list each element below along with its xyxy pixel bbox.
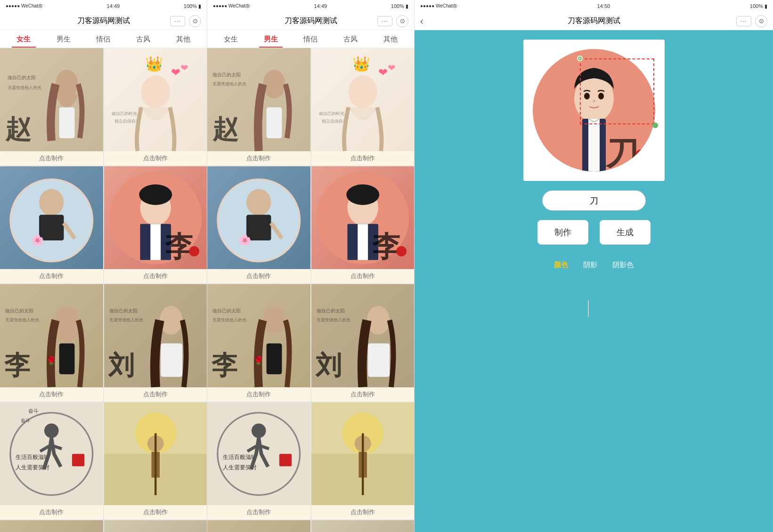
grid-item-1-9[interactable]: 做自己的太阳 无需凭借他人的光 张 分享给小伙伴 点击制作	[0, 520, 103, 532]
title-bar-1: 刀客源码网测试 ··· ⊙	[0, 12, 207, 30]
tab-color[interactable]: 颜色	[546, 258, 576, 272]
svg-point-22	[189, 246, 199, 256]
swatch-white[interactable]	[588, 300, 589, 317]
battery-1: 100% ▮	[184, 3, 201, 9]
svg-text:李: 李	[212, 351, 237, 380]
svg-text:做自己的太阳: 做自己的太阳	[212, 308, 241, 313]
svg-point-72	[263, 70, 285, 98]
generate-button[interactable]: 生成	[600, 220, 651, 245]
svg-text:无需凭借他人的光: 无需凭借他人的光	[8, 85, 41, 90]
tab-male-1[interactable]: 男生	[44, 30, 84, 48]
svg-text:🌸: 🌸	[31, 233, 44, 246]
svg-point-40	[44, 423, 59, 438]
title-bar-2: 刀客源码网测试 ··· ⊙	[207, 12, 414, 30]
tab-female-2[interactable]: 女生	[211, 30, 251, 48]
grid-item-2-1[interactable]: 做自己的太阳 无需凭借他人的光 赵 点击制作	[207, 48, 310, 165]
svg-text:做自己的太阳: 做自己的太阳	[316, 308, 344, 313]
grid-item-1-1[interactable]: 做自己的太阳 无需凭借他人的光 赵 点击制作	[0, 48, 103, 165]
svg-rect-73	[267, 107, 282, 139]
grid-img-2-6: 做自己的太阳 无需凭借他人的光 刘	[311, 284, 415, 387]
tab-couple-1[interactable]: 情侣	[83, 30, 123, 48]
target-button-1[interactable]: ⊙	[189, 15, 201, 27]
svg-text:独立自由自在: 独立自由自在	[321, 119, 347, 123]
tab-couple-2[interactable]: 情侣	[291, 30, 331, 48]
svg-text:❤: ❤	[171, 66, 180, 79]
grid-item-2-9[interactable]: 做自己的太阳 无需凭借他人的光 张 分享给小伙伴 点击制作	[207, 520, 310, 532]
grid-item-1-4[interactable]: 李 点击制作	[104, 166, 207, 284]
grid-label-1-5: 点击制作	[0, 387, 103, 401]
svg-text:李: 李	[164, 231, 193, 262]
svg-point-92	[396, 246, 407, 256]
battery-2: 100% ▮	[391, 3, 408, 9]
grid-2: 做自己的太阳 无需凭借他人的光 赵 点击制作 👑	[207, 48, 414, 532]
grid-item-1-3[interactable]: 🌸 点击制作	[0, 166, 103, 284]
make-button[interactable]: 制作	[537, 220, 588, 245]
time-3: 14:50	[597, 3, 610, 9]
svg-point-31	[159, 306, 182, 335]
grid-label-2-4: 点击制作	[311, 269, 415, 283]
grid-img-1-4: 李	[104, 166, 207, 270]
tab-other-2[interactable]: 其他	[370, 30, 410, 48]
svg-point-18	[139, 184, 172, 205]
grid-label-1-7: 点击制作	[0, 505, 103, 519]
selection-handle-br[interactable]	[652, 123, 658, 128]
grid-item-2-10[interactable]: 努力成为一个 很哇塞的女孩 张 分享给小伙伴 点击制作	[311, 520, 415, 532]
grid-label-1-4: 点击制作	[104, 269, 207, 283]
status-bar-2: ●●●●● WeChat奈 14:49 100% ▮	[207, 0, 414, 12]
grid-item-1-5[interactable]: 做自己的太阳 无需凭借他人的光 李 🌹 点击制作	[0, 284, 103, 401]
svg-text:无需凭借他人的光: 无需凭借他人的光	[5, 318, 39, 322]
grid-label-2-5: 点击制作	[207, 387, 310, 401]
name-input[interactable]	[542, 190, 646, 211]
page-title-1: 刀客源码网测试	[77, 16, 130, 26]
menu-button-1[interactable]: ···	[170, 16, 185, 26]
tab-male-2[interactable]: 男生	[251, 30, 291, 48]
grid-item-1-8[interactable]: 方寸间情深 点击制作	[104, 402, 207, 520]
target-button-3[interactable]: ⊙	[755, 15, 767, 27]
nav-tabs-2: 女生 男生 情侣 古风 其他	[207, 30, 414, 48]
back-button[interactable]: ‹	[420, 16, 423, 26]
grid-img-2-8	[311, 402, 415, 506]
page-title-3: 刀客源码网测试	[568, 16, 620, 26]
editor-panel: ●●●●● WeChat奈 14:50 100% ▮ ‹ 刀客源码网测试 ···…	[415, 0, 773, 532]
tab-ancient-1[interactable]: 古风	[123, 30, 163, 48]
grid-img-2-1: 做自己的太阳 无需凭借他人的光 赵	[207, 48, 310, 151]
grid-item-1-7[interactable]: 奋斗 奋斗 生活百般滋味 人生需要笑对	[0, 402, 103, 520]
tab-ancient-2[interactable]: 古风	[331, 30, 371, 48]
svg-text:奋斗: 奋斗	[28, 408, 39, 413]
grid-item-2-5[interactable]: 做自己的太阳 无需凭借他人的光 李 🌹 点击制作	[207, 284, 310, 401]
tab-other-1[interactable]: 其他	[163, 30, 203, 48]
selection-handle-tl[interactable]: ×	[577, 56, 583, 61]
svg-rect-102	[368, 344, 390, 377]
grid-item-1-10[interactable]: 努力成为一个 很哇塞的女孩 张 分享给小伙伴 点击制作	[104, 520, 207, 532]
battery-3: 100% ▮	[750, 3, 767, 9]
tab-shadow[interactable]: 阴影	[576, 258, 605, 272]
grid-item-1-2[interactable]: 👑 做自己的时光 独立自由自在 ❤ ❤ 点击制作	[104, 48, 207, 165]
svg-text:做自己的时光: 做自己的时光	[112, 111, 137, 116]
nav-tabs-1: 女生 男生 情侣 古风 其他	[0, 30, 207, 48]
target-button-2[interactable]: ⊙	[396, 15, 408, 27]
svg-text:🌹: 🌹	[253, 356, 264, 366]
grid-item-2-8[interactable]: 点击制作	[311, 402, 415, 520]
grid-item-2-4[interactable]: 李 点击制作	[311, 166, 415, 284]
tab-shadow-color[interactable]: 阴影色	[605, 258, 641, 272]
svg-point-2	[56, 70, 78, 98]
grid-item-2-3[interactable]: 🌸 点击制作	[207, 166, 310, 284]
menu-button-2[interactable]: ···	[377, 16, 392, 26]
selection-rect[interactable]	[580, 58, 654, 124]
grid-item-2-7[interactable]: 生活百般滋味 人生需要笑对 点击制作	[207, 402, 310, 520]
svg-point-82	[246, 189, 271, 216]
grid-img-1-8: 方寸间情深	[104, 402, 207, 506]
svg-text:刀: 刀	[605, 135, 639, 172]
grid-label-2-2: 点击制作	[311, 151, 415, 165]
svg-text:做自己的太阳: 做自己的太阳	[8, 75, 36, 80]
color-swatches	[578, 295, 610, 322]
grid-label-1-1: 点击制作	[0, 151, 103, 165]
svg-text:无需凭借他人的光: 无需凭借他人的光	[212, 318, 246, 322]
tab-female-1[interactable]: 女生	[4, 30, 44, 48]
grid-item-2-6[interactable]: 做自己的太阳 无需凭借他人的光 刘 点击制作	[311, 284, 415, 401]
grid-item-2-2[interactable]: 👑 做自己的时光 独立自由自在 ❤ ❤ 点击制作	[311, 48, 415, 165]
svg-text:生活百般滋味: 生活百般滋味	[223, 454, 257, 460]
grid-img-2-2: 👑 做自己的时光 独立自由自在 ❤ ❤	[311, 48, 415, 151]
grid-item-1-6[interactable]: 做自己的太阳 无需凭借他人的光 刘 点击制作	[104, 284, 207, 401]
menu-button-3[interactable]: ···	[736, 16, 751, 26]
